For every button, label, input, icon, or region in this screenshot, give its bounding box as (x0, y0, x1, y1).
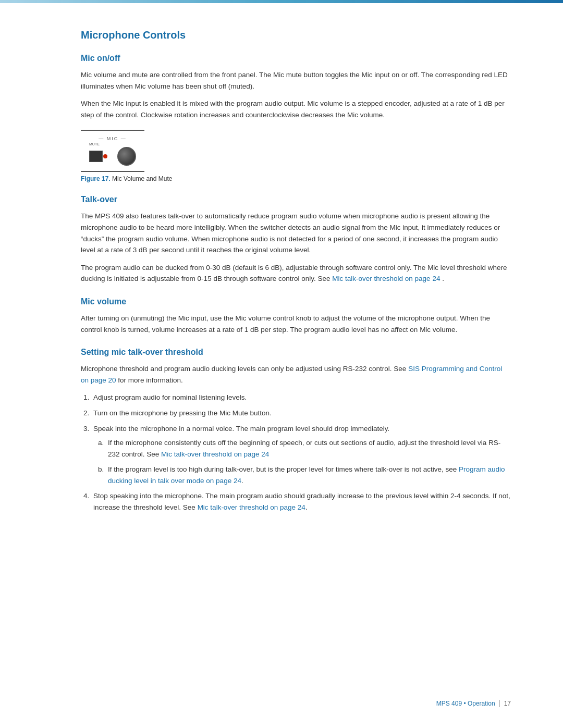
mic-talk-over-link-2[interactable]: Mic talk-over threshold on page 24 (161, 450, 269, 458)
mic-controls-row: MUTE (89, 142, 136, 166)
step-3: Speak into the microphone in a normal vo… (91, 423, 511, 487)
sub-step-b-after: . (241, 477, 243, 485)
sub-step-a: If the microphone consistently cuts off … (106, 437, 511, 460)
step-1-text: Adjust program audio for nominal listeni… (93, 393, 247, 401)
sub-step-b: If the program level is too high during … (106, 464, 511, 486)
section-title: Microphone Controls (81, 29, 511, 41)
figure-caption-text: Mic Volume and Mute (112, 175, 172, 182)
mic-volume-knob-icon (117, 147, 136, 166)
footer-product: MPS 409 • Operation (436, 700, 495, 707)
step-1: Adjust program audio for nominal listeni… (91, 392, 511, 403)
steps-list: Adjust program audio for nominal listeni… (81, 392, 511, 513)
footer-divider (499, 700, 500, 707)
mic-diagram-inner: — MIC — MUTE (89, 136, 136, 166)
mic-talk-over-link-1[interactable]: Mic talk-over threshold on page 24 (332, 275, 440, 282)
setting-para-1: Microphone threshold and program audio d… (81, 363, 511, 386)
talk-over-para-1: The MPS 409 also features talk-over to a… (81, 211, 511, 255)
subsection-title-setting: Setting mic talk-over threshold (81, 348, 511, 357)
step-4: Stop speaking into the microphone. The m… (91, 490, 511, 513)
talk-over-para-2: The program audio can be ducked from 0-3… (81, 262, 511, 285)
sub-steps-list: If the microphone consistently cuts off … (93, 437, 511, 486)
sub-step-b-text: If the program level is too high during … (108, 465, 459, 473)
figure-17: — MIC — MUTE Figure 17. Mic Volume and M… (81, 130, 511, 182)
step-2-text: Turn on the microphone by pressing the M… (93, 409, 272, 417)
mic-onoff-para-2: When the Mic input is enabled it is mixe… (81, 98, 511, 120)
mic-volume-para-1: After turning on (unmuting) the Mic inpu… (81, 313, 511, 335)
footer-page: 17 (504, 700, 511, 707)
figure-label: Figure 17. (81, 175, 111, 182)
mic-onoff-para-1: Mic volume and mute are controlled from … (81, 69, 511, 92)
figure-box: — MIC — MUTE (81, 130, 144, 172)
step-3-text: Speak into the microphone in a normal vo… (93, 425, 389, 433)
mic-label: — MIC — (99, 136, 127, 141)
footer: MPS 409 • Operation 17 (436, 700, 511, 707)
subsection-title-mic-volume: Mic volume (81, 297, 511, 306)
mute-label: MUTE (89, 142, 100, 146)
step-4-after: . (305, 503, 308, 511)
talk-over-period: . (440, 275, 444, 282)
setting-para-1-text: Microphone threshold and program audio d… (81, 365, 406, 373)
subsection-title-mic-onoff: Mic on/off (81, 54, 511, 63)
subsection-title-talk-over: Talk-over (81, 195, 511, 204)
step-2: Turn on the microphone by pressing the M… (91, 408, 511, 419)
setting-para-sis-end: for more information. (116, 376, 183, 384)
figure-caption: Figure 17. Mic Volume and Mute (81, 175, 172, 182)
mic-talk-over-link-3[interactable]: Mic talk-over threshold on page 24 (198, 503, 305, 511)
mute-button-icon (89, 151, 103, 162)
page-container: Microphone Controls Mic on/off Mic volum… (0, 3, 563, 560)
